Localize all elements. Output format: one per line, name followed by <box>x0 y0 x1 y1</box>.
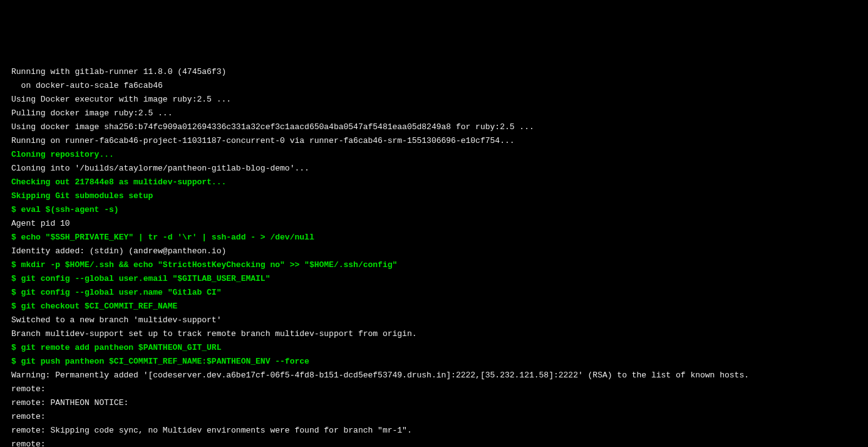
terminal-output: Running with gitlab-runner 11.8.0 (4745a… <box>11 65 857 447</box>
terminal-line: $ eval $(ssh-agent -s) <box>11 203 857 217</box>
terminal-line: Branch multidev-support set up to track … <box>11 327 857 341</box>
terminal-line: Cloning into '/builds/ataylorme/pantheon… <box>11 162 857 176</box>
terminal-line: $ git push pantheon $CI_COMMIT_REF_NAME:… <box>11 355 857 369</box>
terminal-line: $ git config --global user.email "$GITLA… <box>11 272 857 286</box>
terminal-line: Identity added: (stdin) (andrew@pantheon… <box>11 245 857 258</box>
terminal-line: on docker-auto-scale fa6cab46 <box>11 79 857 93</box>
terminal-line: Agent pid 10 <box>11 217 857 231</box>
terminal-line: Checking out 217844e8 as multidev-suppor… <box>11 176 857 189</box>
terminal-line: Skipping Git submodules setup <box>11 189 857 203</box>
terminal-line: Pulling docker image ruby:2.5 ... <box>11 107 857 120</box>
terminal-line: $ git checkout $CI_COMMIT_REF_NAME <box>11 300 857 313</box>
terminal-line: $ mkdir -p $HOME/.ssh && echo "StrictHos… <box>11 258 857 272</box>
terminal-line: remote: <box>11 410 857 424</box>
terminal-line: $ echo "$SSH_PRIVATE_KEY" | tr -d '\r' |… <box>11 231 857 245</box>
terminal-line: remote: <box>11 382 857 396</box>
terminal-line: Warning: Permanently added '[codeserver.… <box>11 369 857 382</box>
terminal-line: Running with gitlab-runner 11.8.0 (4745a… <box>11 65 857 79</box>
terminal-line: Running on runner-fa6cab46-project-11031… <box>11 134 857 148</box>
terminal-line: Cloning repository... <box>11 148 857 162</box>
terminal-line: $ git remote add pantheon $PANTHEON_GIT_… <box>11 341 857 355</box>
terminal-line: $ git config --global user.name "Gitlab … <box>11 286 857 300</box>
terminal-line: Using Docker executor with image ruby:2.… <box>11 93 857 107</box>
terminal-line: Using docker image sha256:b74fc909a01269… <box>11 120 857 134</box>
terminal-line: remote: PANTHEON NOTICE: <box>11 396 857 410</box>
terminal-line: remote: <box>11 438 857 447</box>
terminal-line: remote: Skipping code sync, no Multidev … <box>11 424 857 438</box>
terminal-line: Switched to a new branch 'multidev-suppo… <box>11 313 857 327</box>
